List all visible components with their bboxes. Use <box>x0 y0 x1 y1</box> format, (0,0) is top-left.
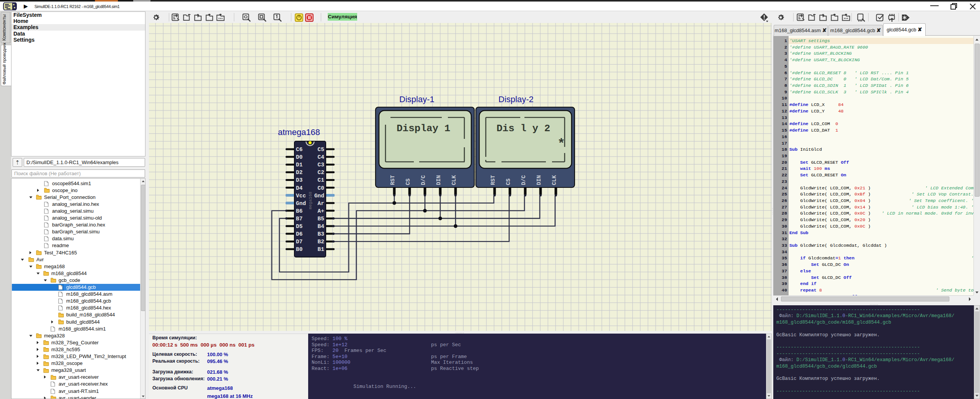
svg-text:Display-2: Display-2 <box>498 94 534 104</box>
svg-text:C6: C6 <box>296 147 302 153</box>
svg-text:Vcc: Vcc <box>296 193 306 199</box>
svg-text:C1: C1 <box>318 177 325 183</box>
svg-text:CLK: CLK <box>551 175 557 185</box>
svg-text:B4: B4 <box>318 223 325 230</box>
svg-text:C3: C3 <box>318 162 324 168</box>
svg-text:CS: CS <box>405 178 411 185</box>
svg-text:D3: D3 <box>296 177 302 183</box>
svg-text:D1: D1 <box>296 162 303 168</box>
svg-text:A+: A+ <box>318 208 324 214</box>
svg-text:Gnd: Gnd <box>296 200 306 207</box>
svg-text:C4: C4 <box>318 154 325 160</box>
svg-text:D2: D2 <box>296 169 302 176</box>
svg-text:D6: D6 <box>296 231 302 237</box>
svg-text:C0: C0 <box>318 185 324 191</box>
svg-text:D5: D5 <box>296 223 302 230</box>
svg-text:B3: B3 <box>318 231 324 237</box>
svg-text:CLK: CLK <box>451 175 457 185</box>
svg-text:B0: B0 <box>296 246 302 252</box>
svg-text:B2: B2 <box>318 239 324 245</box>
svg-text:RST: RST <box>390 175 396 185</box>
svg-text:C2: C2 <box>318 169 324 176</box>
svg-text:B7: B7 <box>296 216 302 222</box>
svg-text:D/C: D/C <box>521 175 527 185</box>
svg-text:Ar: Ar <box>318 200 324 207</box>
svg-text:RST: RST <box>490 175 496 185</box>
svg-text:B1: B1 <box>318 246 325 252</box>
svg-text:D0: D0 <box>296 154 302 160</box>
svg-text:B5: B5 <box>318 216 324 222</box>
svg-text:mega168: mega168 <box>308 192 313 209</box>
svg-text:D7: D7 <box>296 239 302 245</box>
svg-text:atmega168: atmega168 <box>278 127 320 137</box>
svg-text:CS: CS <box>505 178 511 185</box>
svg-text:DIN: DIN <box>436 175 442 185</box>
svg-text:C5: C5 <box>318 147 324 153</box>
svg-text:B6: B6 <box>296 208 302 214</box>
svg-text:Display-1: Display-1 <box>399 94 434 104</box>
svg-text:Display 1: Display 1 <box>397 123 450 134</box>
svg-text:Dis l y 2: Dis l y 2 <box>497 123 550 134</box>
svg-text:DIN: DIN <box>536 175 542 185</box>
svg-text:D/C: D/C <box>420 175 426 185</box>
svg-text:*: * <box>557 137 565 151</box>
svg-text:Gnd: Gnd <box>314 193 324 199</box>
svg-text:D4: D4 <box>296 185 303 191</box>
